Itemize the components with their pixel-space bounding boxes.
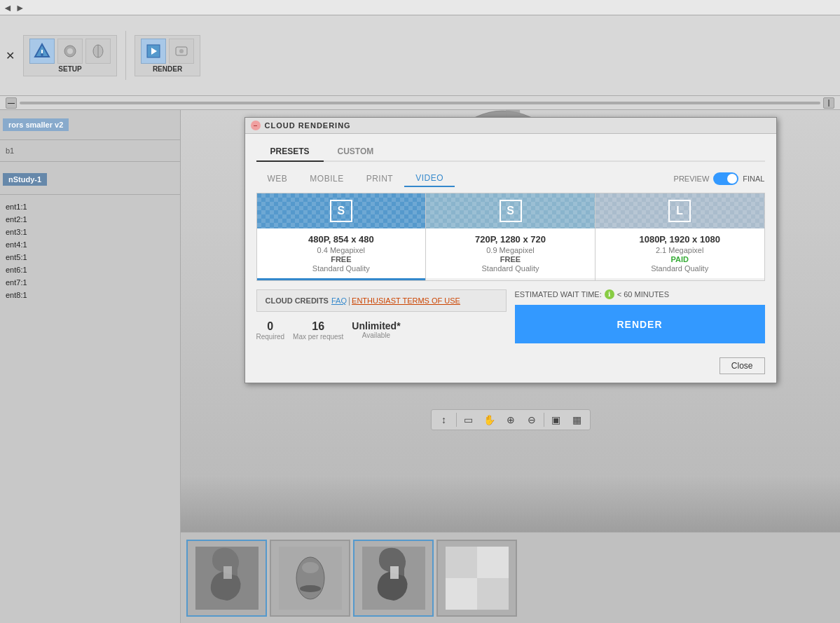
- close-button[interactable]: Close: [719, 357, 765, 374]
- credits-required-value: 0: [256, 320, 285, 333]
- res-cost-1080p: PAID: [598, 255, 762, 263]
- res-badge-720p: S: [500, 200, 522, 222]
- left-panel: rors smaller v2 b1 nStudy-1 ent1:1 ent2:…: [0, 110, 181, 623]
- rors-tab[interactable]: rors smaller v2: [3, 118, 69, 131]
- svg-rect-23: [446, 547, 477, 578]
- final-label: FINAL: [743, 174, 764, 183]
- res-quality-1080p: Standard Quality: [598, 264, 762, 273]
- thumbnail-2[interactable]: [270, 540, 350, 617]
- svg-point-18: [302, 562, 319, 573]
- res-mp-480p: 0.4 Megapixel: [260, 246, 423, 254]
- svg-rect-21: [390, 566, 399, 579]
- credits-bar: CLOUD CREDITS FAQ | ENTHUSIAST TERMS OF …: [256, 289, 507, 312]
- viewport-toolbar: ↕ ▭ ✋ ⊕ ⊖ ▣ ▦: [431, 409, 591, 430]
- dialog-titlebar: – CLOUD RENDERING: [245, 118, 776, 134]
- res-card-480p-preview: S: [257, 193, 426, 228]
- res-card-480p[interactable]: S 480P, 854 x 480 0.4 Megapixel FREE Sta…: [257, 193, 427, 280]
- res-card-1080p[interactable]: L 1080P, 1920 x 1080 2.1 Megapixel PAID …: [595, 193, 764, 280]
- svg-point-2: [41, 54, 43, 55]
- res-card-720p-preview: S: [426, 193, 595, 228]
- render-icon-1[interactable]: [141, 39, 166, 64]
- svg-point-10: [179, 49, 184, 53]
- svg-point-4: [67, 48, 73, 54]
- res-mp-1080p: 2.1 Megapixel: [598, 246, 762, 254]
- main-toolbar: ✕ SETUP: [0, 15, 840, 96]
- subtab-video[interactable]: VIDEO: [404, 170, 455, 187]
- preview-label: PREVIEW: [674, 174, 710, 183]
- lp-item-ent2[interactable]: ent2:1: [0, 213, 180, 226]
- slider-minus[interactable]: —: [6, 97, 17, 109]
- render-icon-2[interactable]: [169, 39, 194, 64]
- credits-available-label: Available: [352, 331, 400, 339]
- slider-handle[interactable]: |: [823, 97, 834, 109]
- lp-item-ent8[interactable]: ent8:1: [0, 289, 180, 301]
- res-card-720p-info: 720P, 1280 x 720 0.9 Megapixel FREE Stan…: [426, 228, 595, 278]
- preview-final-switch[interactable]: [713, 172, 738, 185]
- thumbnail-4[interactable]: [436, 540, 517, 617]
- credits-max-value: 16: [293, 320, 343, 333]
- viewport-zoomout-icon[interactable]: ⊖: [522, 411, 542, 428]
- res-title-1080p: 1080P, 1920 x 1080: [598, 234, 762, 245]
- setup-icon-1[interactable]: [29, 39, 55, 64]
- terms-link[interactable]: ENTHUSIAST TERMS OF USE: [352, 296, 460, 305]
- dialog-footer: Close: [245, 352, 776, 383]
- tab-custom[interactable]: CUSTOM: [324, 142, 388, 162]
- svg-rect-24: [477, 578, 509, 610]
- res-card-720p[interactable]: S 720P, 1280 x 720 0.9 Megapixel FREE St…: [426, 193, 595, 280]
- render-label: RENDER: [153, 65, 182, 73]
- viewport-zoomin-icon[interactable]: ⊕: [501, 411, 521, 428]
- lp-item-ent4[interactable]: ent4:1: [0, 238, 180, 251]
- wait-time-value: < 60 minutes: [617, 290, 669, 299]
- res-quality-480p: Standard Quality: [260, 264, 423, 273]
- lp-item-ent5[interactable]: ent5:1: [0, 251, 180, 263]
- res-selected-bar-480p: [257, 278, 426, 280]
- credits-required-label: Required: [256, 333, 285, 341]
- main-tabs: PRESETS CUSTOM: [256, 142, 765, 162]
- thumbnail-1[interactable]: [186, 540, 267, 617]
- thumbnail-3[interactable]: [353, 540, 434, 617]
- nstudy-tab[interactable]: nStudy-1: [3, 173, 47, 186]
- preview-final-toggle: PREVIEW FINAL: [674, 172, 765, 185]
- thumbnails-bar: [181, 532, 840, 623]
- toolbar-close-button[interactable]: ✕: [6, 49, 15, 62]
- res-title-720p: 720P, 1280 x 720: [429, 234, 592, 245]
- dialog-title: CLOUD RENDERING: [265, 121, 351, 130]
- slider-track[interactable]: [20, 102, 820, 104]
- subtab-print[interactable]: PRINT: [355, 171, 405, 186]
- render-button[interactable]: RENDER: [515, 305, 765, 343]
- svg-rect-15: [223, 566, 232, 579]
- lp-item-ent7[interactable]: ent7:1: [0, 276, 180, 289]
- lp-item-ent3[interactable]: ent3:1: [0, 226, 180, 238]
- svg-point-19: [300, 585, 321, 592]
- viewport-rotate-icon[interactable]: ↕: [434, 411, 454, 428]
- lp-item-ent1[interactable]: ent1:1: [0, 200, 180, 213]
- top-bar: ◄ ►: [0, 0, 840, 15]
- viewport-hand-icon[interactable]: ✋: [480, 411, 500, 428]
- dialog-close-icon[interactable]: –: [251, 121, 261, 130]
- viewport-display-icon[interactable]: ▣: [546, 411, 566, 428]
- setup-icon-2[interactable]: [57, 39, 83, 64]
- lp-item-ent6[interactable]: ent6:1: [0, 263, 180, 276]
- credits-required: 0 Required: [256, 320, 285, 341]
- res-mp-720p: 0.9 Megapixel: [429, 246, 592, 254]
- res-cost-720p: FREE: [429, 255, 592, 263]
- credits-label: CLOUD CREDITS: [266, 296, 329, 305]
- credits-values-row: 0 Required 16 Max per request Unlimited*…: [256, 317, 507, 343]
- res-card-1080p-preview: L: [595, 193, 764, 228]
- tab-presets[interactable]: PRESETS: [256, 142, 324, 162]
- subtab-web[interactable]: WEB: [256, 171, 299, 186]
- res-cost-480p: FREE: [260, 255, 423, 263]
- setup-icon-3[interactable]: [85, 39, 111, 64]
- res-card-480p-info: 480P, 854 x 480 0.4 Megapixel FREE Stand…: [257, 228, 426, 278]
- faq-link[interactable]: FAQ: [331, 296, 347, 305]
- res-card-1080p-info: 1080P, 1920 x 1080 2.1 Megapixel PAID St…: [595, 228, 764, 278]
- res-title-480p: 480P, 854 x 480: [260, 234, 423, 245]
- viewport-pan-icon[interactable]: ▭: [459, 411, 478, 428]
- setup-group: SETUP: [23, 35, 117, 76]
- render-group: RENDER: [135, 35, 200, 76]
- viewport-grid-icon[interactable]: ▦: [567, 411, 587, 428]
- wait-time-label: ESTIMATED WAIT TIME:: [515, 290, 602, 299]
- subtab-mobile[interactable]: MOBILE: [298, 171, 354, 186]
- credits-max: 16 Max per request: [293, 320, 343, 341]
- nav-arrows[interactable]: ◄ ►: [3, 2, 25, 13]
